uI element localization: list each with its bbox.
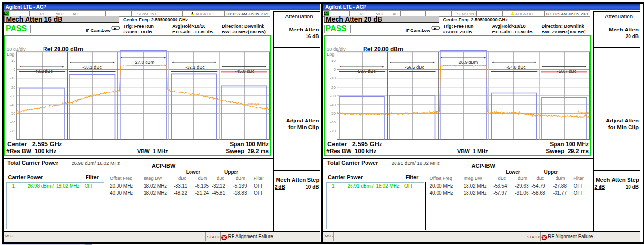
svg-text:10 dB/div: 10 dB/div: [7, 46, 26, 51]
svg-text:27.0 dBm: 27.0 dBm: [135, 60, 155, 64]
svg-text:Log: Log: [327, 51, 335, 56]
svg-text:Center 2.595 GHz: Center 2.595 GHz: [7, 140, 62, 147]
svg-text:#Res BW 100 kHz: #Res BW 100 kHz: [6, 147, 56, 154]
svg-text:-60: -60: [10, 120, 15, 124]
svg-text:-32.1 dBc: -32.1 dBc: [185, 64, 205, 69]
svg-text:-58.0 dBc: -58.0 dBc: [356, 69, 376, 74]
svg-text:-30: -30: [10, 93, 15, 98]
svg-text:VBW 1 MHz: VBW 1 MHz: [137, 148, 168, 154]
svg-text:0: 0: [333, 67, 336, 72]
svg-text:Ref 20.00 dBm: Ref 20.00 dBm: [363, 46, 403, 52]
svg-text:Center 2.595 GHz: Center 2.595 GHz: [327, 140, 382, 147]
svg-text:26.9 dBm: 26.9 dBm: [458, 60, 478, 64]
svg-text:-70: -70: [10, 129, 15, 133]
svg-text:-48.2 dBc: -48.2 dBc: [33, 69, 53, 74]
svg-text:Span 100 MHz: Span 100 MHz: [230, 140, 269, 147]
svg-text:Sweep 29.2 ms: Sweep 29.2 ms: [226, 147, 269, 154]
svg-text:-40: -40: [330, 102, 336, 107]
svg-text:Span 100 MHz: Span 100 MHz: [550, 140, 589, 147]
svg-text:-54.8 dBc: -54.8 dBc: [506, 64, 526, 69]
svg-text:-45.8 dBc: -45.8 dBc: [235, 69, 255, 74]
svg-text:-40: -40: [10, 102, 15, 107]
svg-text:-10: -10: [330, 76, 336, 80]
svg-text:-10: -10: [10, 76, 15, 80]
svg-text:-20: -20: [10, 85, 15, 89]
svg-text:10: 10: [331, 59, 336, 63]
svg-text:Sweep 29.2 ms: Sweep 29.2 ms: [546, 147, 589, 154]
svg-text:-33.1 dBc: -33.1 dBc: [82, 64, 102, 69]
svg-text:10: 10: [11, 59, 15, 63]
svg-text:-50: -50: [330, 111, 336, 115]
svg-text:-60: -60: [330, 120, 336, 124]
svg-text:VBW 1 MHz: VBW 1 MHz: [457, 148, 488, 154]
svg-text:-70: -70: [330, 129, 336, 133]
svg-text:#Res BW 100 kHz: #Res BW 100 kHz: [326, 147, 376, 154]
svg-text:Ref 20.00 dBm: Ref 20.00 dBm: [43, 46, 83, 52]
svg-text:-20: -20: [330, 85, 336, 89]
svg-text:0: 0: [14, 67, 16, 72]
svg-text:-58.7 dBc: -58.7 dBc: [557, 69, 576, 74]
svg-text:Average: Average: [577, 111, 589, 115]
svg-text:-50: -50: [10, 111, 15, 115]
svg-text:Average: Average: [247, 102, 259, 106]
svg-text:Log: Log: [7, 51, 15, 56]
svg-text:10 dB/div: 10 dB/div: [327, 46, 346, 51]
svg-text:-56.5 dBc: -56.5 dBc: [405, 64, 424, 69]
svg-text:-30: -30: [330, 93, 336, 98]
